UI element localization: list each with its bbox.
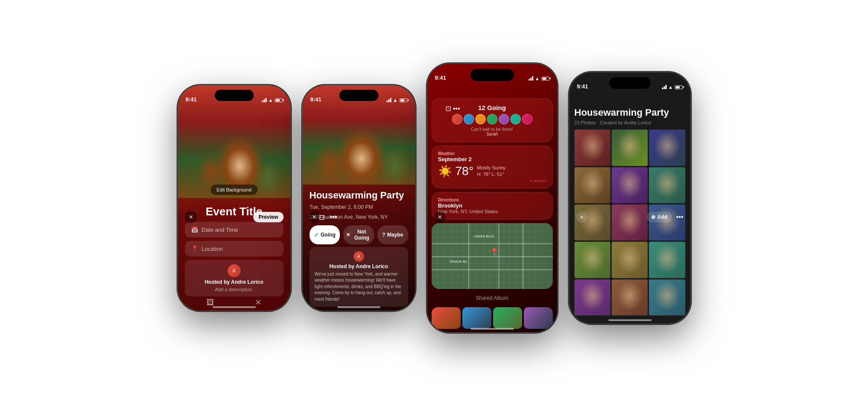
nav-bar-3: ✕ ⊡ ••• [427,83,557,332]
phone-1-screen: 9:41 ▲ ✕ Preview Edit Background [178,85,290,311]
nav-bar-1: ✕ Preview [178,104,290,311]
share-icon[interactable]: ⊡ [445,105,451,112]
camera-icon[interactable]: ⊡ [319,213,325,221]
phone-2-screen: 9:41 ▲ ✕ ⊡ ••• [303,85,415,311]
more-icon[interactable]: ••• [330,213,337,221]
signal-icon-2 [387,98,391,102]
nav-icons-2: ⊡ ••• [319,104,408,311]
status-time-3: 9:41 [435,75,446,81]
nav-bar-4: ✕ ⊕ Add ••• [569,91,691,324]
wifi-icon-2: ▲ [393,97,398,103]
phone-1: 9:41 ▲ ✕ Preview Edit Background [178,85,290,311]
phones-container: 9:41 ▲ ✕ Preview Edit Background [169,55,699,341]
status-time-1: 9:41 [186,96,197,103]
status-icons-4: ▲ [662,84,683,90]
phone-4: 9:41 ▲ ✕ ⊕ [569,72,691,324]
wifi-icon-3: ▲ [535,76,540,81]
dynamic-island-2 [339,90,378,101]
dynamic-island-1 [215,90,254,101]
battery-icon-3 [542,77,549,81]
signal-icon-4 [662,85,667,89]
add-button[interactable]: ⊕ Add [647,212,671,222]
status-icons-3: ▲ [529,76,549,81]
preview-button[interactable]: Preview [253,212,283,222]
signal-icon-1 [262,98,267,102]
nav-icons-3: ⊡ ••• [445,104,550,330]
battery-icon-4 [675,85,683,89]
status-time-4: 9:41 [577,83,588,90]
phone-3-screen: 9:41 ▲ ✕ ⊡ ••• [427,64,557,332]
status-icons-1: ▲ [262,97,283,103]
phone-2: 9:41 ▲ ✕ ⊡ ••• [303,85,415,311]
status-icons-2: ▲ [387,97,407,103]
add-label: Add [657,214,667,220]
close-button-3[interactable]: ✕ [434,211,445,223]
more-icon-4[interactable]: ••• [676,213,684,221]
battery-icon-2 [400,98,407,102]
wifi-icon-1: ▲ [268,97,273,103]
p4-nav-right: ⊕ Add ••• [647,212,683,222]
dynamic-island-4 [609,77,650,89]
more-icon-3[interactable]: ••• [453,105,460,112]
signal-icon-3 [529,76,533,81]
phone-4-screen: 9:41 ▲ ✕ ⊕ [569,72,691,324]
wifi-icon-4: ▲ [668,84,673,90]
dynamic-island-3 [471,69,514,81]
close-button-1[interactable]: ✕ [185,211,197,223]
status-time-2: 9:41 [310,96,322,103]
plus-icon: ⊕ [651,214,655,220]
edit-background-button[interactable]: Edit Background [210,185,258,195]
close-button-2[interactable]: ✕ [310,211,319,223]
nav-bar-2: ✕ ⊡ ••• [303,104,415,311]
p4-nav-left: ✕ [576,211,587,223]
close-button-4[interactable]: ✕ [576,211,587,223]
battery-icon-1 [275,98,283,102]
phone-3: 9:41 ▲ ✕ ⊡ ••• [427,64,557,332]
